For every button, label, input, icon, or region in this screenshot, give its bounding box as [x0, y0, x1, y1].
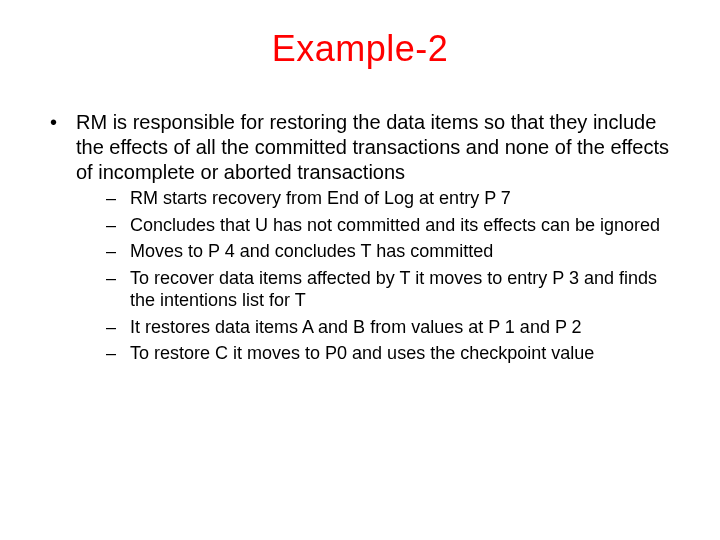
main-bullet-text: RM is responsible for restoring the data…: [76, 111, 669, 183]
main-bullet: RM is responsible for restoring the data…: [36, 110, 684, 365]
slide-title: Example-2: [36, 28, 684, 70]
sub-list: RM starts recovery from End of Log at en…: [76, 187, 684, 365]
sub-bullet: It restores data items A and B from valu…: [76, 316, 684, 339]
sub-bullet: Concludes that U has not committed and i…: [76, 214, 684, 237]
sub-bullet: To restore C it moves to P0 and uses the…: [76, 342, 684, 365]
sub-bullet: Moves to P 4 and concludes T has committ…: [76, 240, 684, 263]
main-list: RM is responsible for restoring the data…: [36, 110, 684, 365]
sub-bullet: RM starts recovery from End of Log at en…: [76, 187, 684, 210]
sub-bullet: To recover data items affected by T it m…: [76, 267, 684, 312]
